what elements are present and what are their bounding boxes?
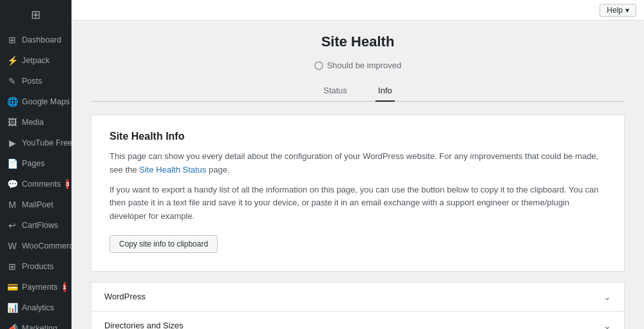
payments-icon: 💳 [6, 281, 18, 293]
sidebar-item-payments[interactable]: 💳 Payments 1 [0, 277, 71, 297]
sidebar-item-jetpack[interactable]: ⚡ Jetpack [0, 50, 71, 71]
accordion-item-wordpress[interactable]: WordPress ⌄ [91, 282, 625, 312]
accordion-list: WordPress ⌄ Directories and Sizes ⌄ Drop… [91, 282, 625, 329]
google-maps-icon: 🌐 [6, 96, 18, 108]
sidebar-label-woocommerce: WooCommerce [22, 241, 71, 250]
sidebar-label-media: Media [22, 118, 44, 127]
sidebar-item-comments[interactable]: 💬 Comments 3 [0, 174, 71, 194]
help-button[interactable]: Help ▾ [600, 4, 636, 17]
tab-status[interactable]: Status [321, 80, 350, 102]
info-desc-2: If you want to export a handy list of al… [109, 183, 606, 223]
content-area: Site Health Should be improved Status In… [71, 21, 644, 329]
sidebar-label-analytics: Analytics [22, 303, 54, 312]
sidebar-item-marketing[interactable]: 📣 Marketing [0, 318, 71, 329]
sidebar-label-pages: Pages [22, 159, 44, 168]
sidebar-item-youtube-free[interactable]: ▶ YouTube Free [0, 133, 71, 153]
sidebar-item-media[interactable]: 🖼 Media [0, 112, 71, 133]
tabs-nav: Status Info [91, 80, 625, 102]
badge-comments: 3 [66, 179, 69, 189]
status-indicator: Should be improved [91, 61, 625, 70]
wp-logo: ⊞ [0, 0, 71, 30]
sidebar-label-youtube-free: YouTube Free [22, 138, 71, 147]
posts-icon: ✎ [6, 75, 18, 87]
chevron-down-icon: ⌄ [603, 321, 611, 329]
status-label: Should be improved [327, 61, 402, 70]
sidebar-item-analytics[interactable]: 📊 Analytics [0, 297, 71, 318]
topbar: Help ▾ [71, 0, 644, 21]
sidebar-item-google-maps[interactable]: 🌐 Google Maps [0, 91, 71, 112]
main-area: Help ▾ Site Health Should be improved St… [71, 0, 644, 329]
sidebar-label-cartflows: CartFlows [22, 221, 58, 230]
comments-icon: 💬 [6, 178, 18, 190]
tab-info[interactable]: Info [375, 80, 395, 102]
info-desc-1: This page can show you every detail abou… [109, 150, 606, 177]
products-icon: ⊞ [6, 261, 18, 272]
dashboard-icon: ⊞ [6, 34, 18, 46]
analytics-icon: 📊 [6, 302, 18, 314]
accordion-label-directories: Directories and Sizes [104, 321, 184, 329]
chevron-down-icon: ⌄ [603, 292, 611, 302]
pages-icon: 📄 [6, 158, 18, 169]
sidebar-item-dashboard[interactable]: ⊞ Dashboard [0, 30, 71, 50]
sidebar-label-marketing: Marketing [22, 324, 57, 329]
site-health-status-link[interactable]: Site Health Status [139, 165, 206, 174]
sidebar-item-cartflows[interactable]: ↩ CartFlows [0, 215, 71, 236]
youtube-free-icon: ▶ [6, 137, 18, 149]
woocommerce-icon: W [6, 240, 18, 252]
sidebar-item-pages[interactable]: 📄 Pages [0, 153, 71, 174]
sidebar: ⊞ ⊞ Dashboard ⚡ Jetpack ✎ Posts 🌐 Google… [0, 0, 71, 329]
help-label: Help [607, 6, 623, 15]
sidebar-item-mailpoet[interactable]: M MailPoet [0, 194, 71, 215]
help-chevron-icon: ▾ [625, 6, 629, 15]
page-title: Site Health [91, 33, 625, 50]
status-circle-icon [314, 61, 323, 70]
accordion-item-directories[interactable]: Directories and Sizes ⌄ [91, 311, 625, 329]
mailpoet-icon: M [6, 199, 18, 211]
accordion-label-wordpress: WordPress [104, 292, 146, 301]
sidebar-label-posts: Posts [22, 77, 42, 86]
badge-payments: 1 [63, 282, 66, 292]
sidebar-label-comments: Comments [22, 180, 61, 189]
jetpack-icon: ⚡ [6, 55, 18, 66]
sidebar-label-dashboard: Dashboard [22, 35, 61, 44]
cartflows-icon: ↩ [6, 220, 18, 231]
sidebar-label-google-maps: Google Maps [22, 97, 70, 106]
sidebar-item-products[interactable]: ⊞ Products [0, 256, 71, 277]
sidebar-label-mailpoet: MailPoet [22, 200, 53, 209]
copy-info-button[interactable]: Copy site info to clipboard [109, 235, 218, 253]
sidebar-label-jetpack: Jetpack [22, 56, 50, 65]
info-section-title: Site Health Info [109, 131, 606, 142]
media-icon: 🖼 [6, 117, 18, 128]
info-section: Site Health Info This page can show you … [91, 115, 625, 272]
sidebar-item-posts[interactable]: ✎ Posts [0, 71, 71, 91]
sidebar-label-payments: Payments [22, 283, 58, 292]
sidebar-label-products: Products [22, 262, 53, 271]
marketing-icon: 📣 [6, 323, 18, 329]
sidebar-item-woocommerce[interactable]: W WooCommerce [0, 236, 71, 256]
